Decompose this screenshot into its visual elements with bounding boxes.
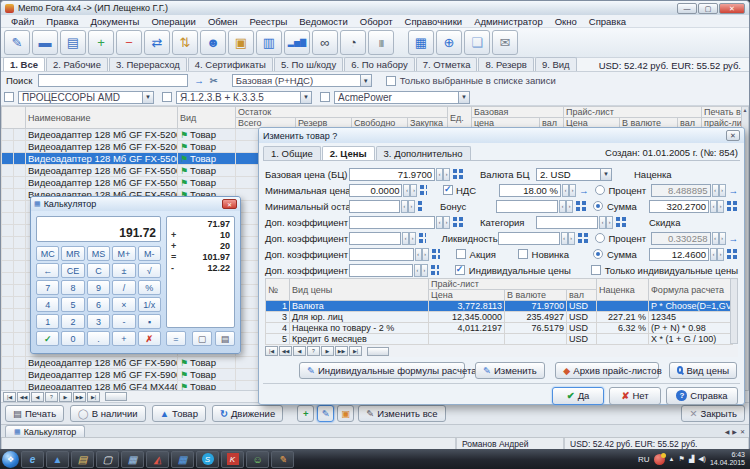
calc-key[interactable]: ▪ — [138, 314, 161, 329]
vcr-button[interactable]: ▶ — [321, 346, 334, 356]
dialog-tab[interactable]: 2. Цены — [322, 146, 375, 160]
no-button[interactable]: ✘Нет — [609, 387, 661, 405]
spinner[interactable]: ‹› — [561, 232, 575, 245]
vcr-button[interactable]: |◀ — [265, 346, 278, 356]
add-button[interactable]: + — [297, 405, 314, 422]
taskbar-media-icon[interactable]: ▦ — [121, 451, 144, 468]
taskbar-skype-icon[interactable]: S — [196, 451, 219, 468]
pt-header-markup[interactable]: Наценка — [597, 279, 649, 301]
menu-item[interactable]: Справка — [583, 16, 632, 27]
pt-header-num[interactable]: № — [266, 279, 290, 301]
pt-header-cur[interactable]: вал — [567, 290, 597, 301]
calc-key[interactable]: ✓ — [36, 331, 59, 346]
calc-key[interactable]: CE — [61, 263, 84, 278]
view-tab[interactable]: 3. Перерасход — [109, 57, 187, 71]
chevron-down-icon[interactable]: ▼ — [600, 169, 611, 180]
vcr-button[interactable]: ▶▶ — [73, 392, 86, 402]
filter-combo[interactable]: AcmePower ▼ — [334, 91, 470, 104]
calc-key[interactable]: 3 — [87, 314, 110, 329]
menu-item[interactable]: Справочники — [399, 16, 469, 27]
calc-key[interactable]: ✗ — [138, 331, 161, 346]
calc-key[interactable]: ← — [36, 263, 59, 278]
spinner[interactable]: ‹› — [402, 232, 416, 245]
taskbar-report-icon[interactable]: ◭ — [146, 451, 169, 468]
calc-key[interactable]: √ — [138, 263, 161, 278]
calc-key[interactable]: % — [138, 280, 161, 295]
markup-percent-input[interactable]: 8.488895 — [651, 184, 711, 197]
pt-header-price[interactable]: Цена — [429, 290, 505, 301]
goods-icon[interactable]: ▣ — [228, 30, 254, 55]
vcr-button[interactable]: ▶| — [349, 346, 362, 356]
calc-key[interactable]: 5 — [61, 297, 84, 312]
min-price-input[interactable]: 0.0000 — [349, 184, 402, 197]
chip-icon[interactable]: ▦ — [408, 30, 434, 55]
grid-horizontal-scroll-thumb[interactable] — [105, 392, 127, 401]
calc-key[interactable]: C — [87, 263, 110, 278]
yes-button[interactable]: ✔Да — [552, 387, 604, 405]
close-button[interactable]: ✕ — [719, 3, 745, 14]
volume-icon[interactable]: ◀) — [698, 455, 706, 463]
menu-item[interactable]: Обмен — [202, 16, 244, 27]
vat-checkbox[interactable] — [443, 185, 453, 195]
currency-combo[interactable]: 2. USD▼ — [536, 168, 612, 181]
spinner[interactable]: ‹› — [559, 200, 573, 213]
taskbar-folder-icon[interactable]: ▤ — [71, 451, 94, 468]
calc-key[interactable]: × — [112, 297, 135, 312]
calc-key[interactable]: + — [112, 331, 135, 346]
binoculars-icon[interactable]: ∞ — [312, 30, 338, 55]
new-checkbox[interactable] — [518, 249, 528, 259]
edit-price-button[interactable]: ✎Изменить — [475, 362, 545, 379]
exchange-icon[interactable]: ⇄ — [144, 30, 170, 55]
price-table-scrollbar[interactable] — [730, 278, 738, 344]
menu-item[interactable]: Правка — [40, 16, 84, 27]
edit-all-button[interactable]: ✎Изменить все — [358, 405, 445, 422]
calc-key[interactable]: 4 — [36, 297, 59, 312]
discount-sum-input[interactable]: 12.4600 — [649, 248, 709, 261]
view-tab[interactable]: 6. По набору — [344, 57, 415, 71]
calc-key[interactable]: 8 — [61, 280, 84, 295]
calc-key[interactable]: . — [87, 331, 110, 346]
vcr-button[interactable]: ▶▶ — [335, 346, 348, 356]
in-stock-button[interactable]: ◯В наличии — [70, 405, 146, 422]
mdi-prev-icon[interactable]: ◀ — [725, 428, 730, 435]
chevron-down-icon[interactable]: ▼ — [458, 92, 469, 103]
flag-tray-icon[interactable]: ⚑ — [679, 455, 685, 463]
calc-key[interactable]: 7 — [36, 280, 59, 295]
markup-percent-radio[interactable] — [595, 185, 605, 195]
spinner[interactable]: ‹› — [599, 216, 613, 229]
taskbar-messenger-icon[interactable]: ☺ — [246, 451, 269, 468]
markup-sum-radio[interactable] — [593, 201, 603, 211]
only-individual-checkbox[interactable] — [591, 265, 601, 275]
spinner[interactable]: ‹› — [403, 184, 417, 197]
item-button[interactable]: ▲Товар — [152, 405, 206, 422]
calc-key[interactable]: 1/x — [138, 297, 161, 312]
price-kind-button[interactable]: Вид цены — [669, 362, 737, 379]
taskbar-k-app-icon[interactable]: K — [221, 451, 244, 468]
scroll-up-icon[interactable]: ▲ — [742, 107, 748, 113]
user-icon[interactable]: ☻ — [200, 30, 226, 55]
price-table-hscroll-thumb[interactable] — [367, 347, 389, 356]
search-input[interactable] — [38, 74, 188, 87]
apply-arrow-icon[interactable]: → — [729, 233, 739, 244]
calc-key[interactable]: 0 — [61, 331, 84, 346]
filter-checkbox[interactable] — [162, 92, 172, 102]
markup-sum-input[interactable]: 320.2700 — [649, 200, 709, 213]
spinner[interactable]: ‹› — [414, 264, 428, 277]
bar-chart-icon[interactable]: ▂▅▇ — [284, 30, 310, 55]
network-icon[interactable]: ▟ — [689, 455, 694, 463]
coef1-input[interactable] — [349, 216, 435, 229]
vcr-button[interactable]: |◀ — [3, 392, 16, 402]
menu-item[interactable]: Реестры — [244, 16, 294, 27]
import-export-icon[interactable]: ⇅ — [172, 30, 198, 55]
promo-checkbox[interactable] — [456, 249, 466, 259]
vcr-button[interactable]: ◀ — [293, 346, 306, 356]
view-tab[interactable]: 8. Резерв — [478, 57, 533, 71]
base-price-input[interactable]: 71.9700 — [349, 168, 435, 181]
grid-lookup-icon[interactable] — [616, 217, 627, 228]
apply-arrow-icon[interactable]: → — [579, 185, 589, 196]
liquidity-input[interactable] — [498, 232, 560, 245]
print-button[interactable]: ▤Печать — [5, 405, 64, 422]
calc-key[interactable]: 2 — [61, 314, 84, 329]
grid-lookup-icon[interactable] — [420, 185, 427, 196]
menu-item[interactable]: Операции — [145, 16, 201, 27]
